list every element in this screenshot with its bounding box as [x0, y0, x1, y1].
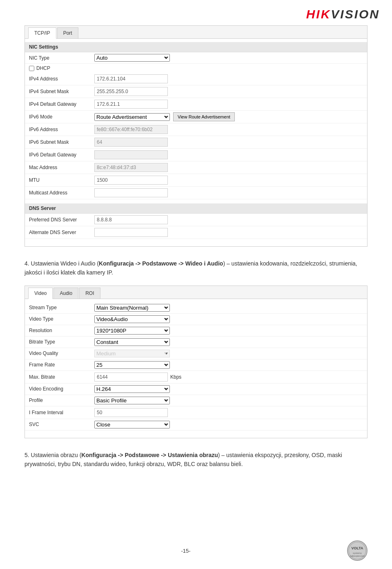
video-type-select-wrapper[interactable]: Video&Audio — [94, 315, 170, 323]
bitrate-type-row: Bitrate Type Constant — [25, 337, 367, 348]
profile-value: Basic Profile — [94, 397, 363, 404]
tab-audio[interactable]: Audio — [53, 288, 78, 299]
ipv6-subnet-row: IPv6 Subnet Mask — [25, 136, 367, 149]
video-encoding-select-wrapper[interactable]: H.264 — [94, 385, 170, 393]
ipv4-gateway-label: IPv4 Default Gateway — [29, 101, 94, 107]
dhcp-label: DHCP — [36, 65, 50, 71]
preferred-dns-label: Preferred DNS Server — [29, 217, 94, 223]
ipv6-subnet-input — [94, 138, 168, 147]
ipv4-subnet-input[interactable] — [94, 87, 168, 96]
ipv6-subnet-label: IPv6 Subnet Mask — [29, 139, 94, 145]
ipv6-mode-select-wrapper[interactable]: Route Advertisement — [94, 113, 170, 121]
stream-type-value: Main Stream(Normal) — [94, 304, 363, 312]
footer-volta-logo: VOLTA systemy zabezpieczeń — [347, 540, 368, 561]
multicast-row: Multicast Address — [25, 187, 367, 199]
nic-type-row: NIC Type Auto — [25, 52, 367, 64]
preferred-dns-row: Preferred DNS Server — [25, 214, 367, 226]
max-bitrate-input[interactable] — [94, 373, 168, 382]
footer-page-number: -15- — [181, 548, 190, 554]
iframe-interval-input[interactable] — [94, 408, 168, 417]
mac-address-label: Mac Address — [29, 165, 94, 170]
max-bitrate-label: Max. Bitrate — [29, 374, 94, 380]
ipv6-subnet-value — [94, 138, 363, 147]
video-encoding-value: H.264 — [94, 385, 363, 393]
tcpip-panel-content: NIC Settings NIC Type Auto DHCP — [25, 39, 367, 246]
ipv6-address-row: IPv6 Address — [25, 123, 367, 136]
iframe-interval-label: I Frame Interval — [29, 410, 94, 415]
iframe-interval-value — [94, 408, 363, 417]
svg-text:systemy: systemy — [353, 552, 362, 554]
dhcp-checkbox[interactable] — [29, 66, 34, 71]
tab-tcpip[interactable]: TCP/IP — [28, 27, 56, 39]
frame-rate-select[interactable]: 25 — [94, 361, 170, 369]
bitrate-type-value: Constant — [94, 338, 363, 346]
stream-type-row: Stream Type Main Stream(Normal) — [25, 302, 367, 314]
ipv6-gateway-row: IPv6 Default Gateway — [25, 149, 367, 161]
ipv6-address-label: IPv6 Address — [29, 127, 94, 132]
frame-rate-value: 25 — [94, 361, 363, 369]
profile-select-wrapper[interactable]: Basic Profile — [94, 397, 170, 404]
tab-port[interactable]: Port — [57, 27, 78, 38]
profile-select[interactable]: Basic Profile — [94, 397, 170, 404]
resolution-value: 1920*1080P — [94, 327, 363, 335]
kbps-label: Kbps — [170, 374, 181, 380]
preferred-dns-input[interactable] — [94, 215, 168, 224]
desc-section-1: 4. Ustawienia Wideo i Audio (Konfiguracj… — [24, 259, 368, 277]
svc-label: SVC — [29, 422, 94, 427]
frame-rate-row: Frame Rate 25 — [25, 359, 367, 371]
max-bitrate-value: Kbps — [94, 373, 363, 382]
desc-text-1: 4. Ustawienia Wideo i Audio (Konfiguracj… — [24, 259, 368, 277]
tab-video[interactable]: Video — [28, 288, 53, 299]
svc-select[interactable]: Close — [94, 421, 170, 428]
ipv6-address-input — [94, 125, 168, 134]
video-encoding-label: Video Encoding — [29, 386, 94, 392]
bitrate-type-select-wrapper[interactable]: Constant — [94, 338, 170, 346]
stream-type-select-wrapper[interactable]: Main Stream(Normal) — [94, 304, 170, 312]
video-type-select[interactable]: Video&Audio — [94, 315, 170, 323]
video-quality-select-wrapper: Medium — [94, 350, 170, 357]
footer: -15- VOLTA systemy zabezpieczeń — [0, 540, 392, 561]
video-encoding-row: Video Encoding H.264 — [25, 384, 367, 395]
video-quality-label: Video Quality — [29, 350, 94, 356]
nic-type-select[interactable]: Auto — [94, 54, 170, 62]
ipv4-gateway-row: IPv4 Default Gateway — [25, 98, 367, 111]
dns-server-header: DNS Server — [25, 203, 367, 214]
resolution-select-wrapper[interactable]: 1920*1080P — [94, 327, 170, 335]
view-route-btn[interactable]: View Route Advertisement — [173, 112, 235, 121]
desc-text-2: 5. Ustawienia obrazu (Konfiguracja -> Po… — [24, 451, 368, 469]
multicast-input[interactable] — [94, 188, 168, 197]
nic-settings-header: NIC Settings — [25, 42, 367, 52]
ipv4-gateway-input[interactable] — [94, 100, 168, 109]
mtu-input[interactable] — [94, 176, 168, 185]
ipv6-gateway-input — [94, 150, 168, 159]
header: HIKVISION — [0, 0, 392, 25]
frame-rate-select-wrapper[interactable]: 25 — [94, 361, 170, 369]
profile-label: Profile — [29, 397, 94, 403]
preferred-dns-value — [94, 215, 363, 224]
ipv4-address-row: IPv4 Address — [25, 73, 367, 85]
ipv4-address-input[interactable] — [94, 74, 168, 83]
alternate-dns-row: Alternate DNS Server — [25, 226, 367, 239]
ipv4-gateway-value — [94, 100, 363, 109]
hikvision-logo: HIKVISION — [306, 7, 380, 21]
ipv6-mode-row: IPv6 Mode Route Advertisement View Route… — [25, 111, 367, 123]
svc-select-wrapper[interactable]: Close — [94, 421, 170, 428]
video-type-row: Video Type Video&Audio — [25, 314, 367, 325]
tab-bar-tcpip: TCP/IP Port — [25, 26, 367, 39]
ipv6-mode-select[interactable]: Route Advertisement — [94, 113, 170, 121]
multicast-value — [94, 188, 363, 197]
stream-type-select[interactable]: Main Stream(Normal) — [94, 304, 170, 312]
resolution-select[interactable]: 1920*1080P — [94, 327, 170, 335]
stream-type-label: Stream Type — [29, 305, 94, 310]
ipv6-mode-value: Route Advertisement View Route Advertise… — [94, 112, 363, 121]
bitrate-type-select[interactable]: Constant — [94, 338, 170, 346]
ipv4-subnet-row: IPv4 Subnet Mask — [25, 85, 367, 98]
nic-type-select-wrapper[interactable]: Auto — [94, 54, 170, 62]
alternate-dns-input[interactable] — [94, 228, 168, 237]
alternate-dns-label: Alternate DNS Server — [29, 230, 94, 235]
video-encoding-select[interactable]: H.264 — [94, 385, 170, 393]
nic-type-label: NIC Type — [29, 55, 94, 61]
volta-circle-logo: VOLTA systemy zabezpieczeń — [347, 540, 368, 561]
tab-roi[interactable]: ROI — [79, 288, 100, 299]
ipv6-gateway-value — [94, 150, 363, 159]
